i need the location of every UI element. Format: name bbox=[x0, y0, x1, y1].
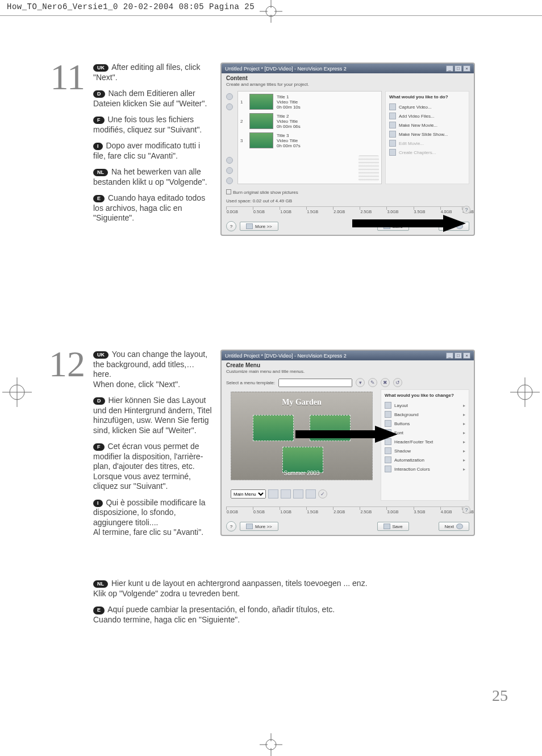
maximize-icon[interactable]: □ bbox=[455, 352, 462, 359]
text-f: Cet écran vous permet de modifier la dis… bbox=[93, 442, 203, 491]
clip-row[interactable]: 2 Title 2Video Title0h 00m 06s bbox=[240, 113, 379, 129]
maximize-icon[interactable]: □ bbox=[455, 65, 462, 72]
disc-usage-ruler: 0.0GB 0.5GB 1.0GB 1.5GB 2.0GB 2.5GB 3.0G… bbox=[226, 506, 469, 519]
disk-icon bbox=[383, 524, 390, 529]
close-icon[interactable]: × bbox=[463, 65, 470, 72]
template-delete-icon[interactable]: ✖ bbox=[381, 378, 390, 387]
text-i: Dopo aver modificato tutti i file, fare … bbox=[93, 141, 200, 160]
ruler-tick: 0.5GB bbox=[253, 207, 265, 210]
page-number: 25 bbox=[492, 687, 508, 705]
ruler-tick: 1.0GB bbox=[280, 507, 291, 510]
help-icon[interactable]: ? bbox=[462, 506, 470, 514]
menu-nav-row: Main Menu ✓ bbox=[226, 487, 377, 501]
step-number: 12 bbox=[45, 350, 85, 544]
crop-mark-bottom bbox=[260, 733, 282, 756]
next-button[interactable]: Next bbox=[439, 522, 469, 531]
colors-icon bbox=[385, 466, 391, 472]
change-background[interactable]: Background▸ bbox=[385, 410, 465, 419]
action-capture-video[interactable]: Capture Video... bbox=[389, 102, 465, 111]
nav-last-icon[interactable] bbox=[306, 489, 316, 499]
screenshot-content: Untitled Project * [DVD-Video] - NeroVis… bbox=[220, 63, 475, 236]
callout-arrow-icon bbox=[295, 423, 398, 446]
clip-row[interactable]: 1 Title 1Video Title0h 00m 10s bbox=[240, 94, 379, 110]
help-button[interactable]: ? bbox=[226, 521, 236, 531]
action-make-new-slideshow[interactable]: Make New Slide Show... bbox=[389, 130, 465, 139]
pill-uk: UK bbox=[93, 351, 109, 359]
nav-prev-icon[interactable] bbox=[281, 489, 291, 499]
close-icon[interactable]: × bbox=[463, 352, 470, 359]
step-12-continued: NL Hier kunt u de layout en achtergrond … bbox=[93, 578, 506, 625]
template-input[interactable] bbox=[278, 379, 352, 387]
nav-check-icon[interactable]: ✓ bbox=[318, 489, 327, 499]
window-title: Untitled Project * [DVD-Video] - NeroVis… bbox=[225, 66, 347, 72]
step-instructions: UK After editing all files, click "Next"… bbox=[93, 63, 212, 236]
window-title: Untitled Project * [DVD-Video] - NeroVis… bbox=[225, 353, 347, 359]
menu-title: My Garden bbox=[231, 392, 372, 407]
chapters-icon bbox=[389, 149, 396, 156]
template-save-icon[interactable]: ✎ bbox=[368, 378, 377, 387]
clip-index: 1 bbox=[240, 99, 246, 105]
template-reset-icon[interactable]: ↺ bbox=[393, 378, 402, 387]
tool-icon[interactable] bbox=[226, 157, 233, 164]
step-number: 11 bbox=[45, 63, 85, 236]
text-nl: Hier kunt u de layout en achtergrond aan… bbox=[93, 579, 368, 598]
filmstrip-icon bbox=[358, 155, 379, 181]
template-dropdown-icon[interactable]: ▾ bbox=[356, 378, 365, 387]
crop-mark-right bbox=[508, 375, 542, 409]
change-layout[interactable]: Layout▸ bbox=[385, 401, 465, 410]
pill-f: F bbox=[93, 117, 105, 124]
background-icon bbox=[385, 411, 391, 418]
film-icon bbox=[389, 113, 396, 119]
checkbox[interactable] bbox=[226, 189, 231, 194]
pill-i: I bbox=[93, 500, 103, 507]
tool-icon[interactable] bbox=[226, 103, 233, 110]
tool-icon[interactable] bbox=[226, 167, 233, 174]
burn-originals-row: Burn original slide show pictures bbox=[222, 188, 474, 197]
clip-index: 2 bbox=[240, 119, 246, 124]
clip-meta: Title 1Video Title0h 00m 10s bbox=[277, 94, 301, 110]
nav-next-icon[interactable] bbox=[293, 489, 303, 499]
change-automatization[interactable]: Automatization▸ bbox=[385, 455, 465, 464]
layout-icon bbox=[385, 402, 391, 409]
more-button[interactable]: More >> bbox=[240, 522, 278, 531]
save-button[interactable]: Save bbox=[377, 522, 409, 531]
pill-d: D bbox=[93, 397, 105, 405]
minimize-icon[interactable]: _ bbox=[446, 65, 453, 72]
more-button[interactable]: More >> bbox=[240, 222, 278, 231]
action-create-chapters: Create Chapters... bbox=[389, 148, 465, 157]
ruler-tick: 3.5GB bbox=[414, 507, 426, 510]
action-make-new-movie[interactable]: Make New Movie... bbox=[389, 121, 465, 130]
clip-meta: Title 2Video Title0h 00m 06s bbox=[277, 114, 301, 129]
action-add-video-files[interactable]: Add Video Files... bbox=[389, 111, 465, 121]
ruler-tick: 3.5GB bbox=[414, 207, 426, 210]
section-subtitle: Create and arrange titles for your proje… bbox=[222, 82, 474, 89]
edit-icon bbox=[389, 140, 396, 147]
menu-slot[interactable] bbox=[282, 447, 323, 473]
pill-e: E bbox=[93, 195, 105, 202]
change-heading: What would you like to change? bbox=[385, 393, 465, 398]
pill-i: I bbox=[93, 143, 103, 150]
nav-first-icon[interactable] bbox=[268, 489, 278, 499]
tool-icon[interactable] bbox=[226, 177, 233, 184]
section-title: Content bbox=[222, 73, 474, 82]
menu-slot[interactable] bbox=[253, 415, 294, 441]
change-interaction-colors[interactable]: Interaction Colors▸ bbox=[385, 464, 465, 473]
crop-mark-top bbox=[260, 0, 282, 23]
clapper-icon bbox=[389, 122, 396, 128]
clip-meta: Title 3Video Title0h 00m 07s bbox=[277, 133, 301, 148]
text-e: Cuando haya editado todos los archivos, … bbox=[93, 193, 205, 222]
window-titlebar: Untitled Project * [DVD-Video] - NeroVis… bbox=[222, 351, 474, 360]
svg-marker-19 bbox=[375, 426, 398, 443]
change-shadow[interactable]: Shadow▸ bbox=[385, 446, 465, 455]
minimize-icon[interactable]: _ bbox=[446, 352, 453, 359]
ruler-tick: 2.0GB bbox=[333, 207, 345, 210]
actions-heading: What would you like to do? bbox=[389, 94, 465, 99]
tool-icon[interactable] bbox=[226, 93, 233, 100]
menu-select[interactable]: Main Menu bbox=[231, 489, 266, 499]
help-button[interactable]: ? bbox=[226, 221, 236, 231]
clip-row[interactable]: 3 Title 3Video Title0h 00m 07s bbox=[240, 132, 379, 148]
text-d: Nach dem Editieren aller Dateien klicken… bbox=[93, 89, 207, 108]
clip-list[interactable]: 1 Title 1Video Title0h 00m 10s 2 Title 2… bbox=[237, 91, 382, 184]
pill-nl: NL bbox=[93, 580, 108, 588]
ruler-tick: 0.0GB bbox=[226, 507, 238, 510]
